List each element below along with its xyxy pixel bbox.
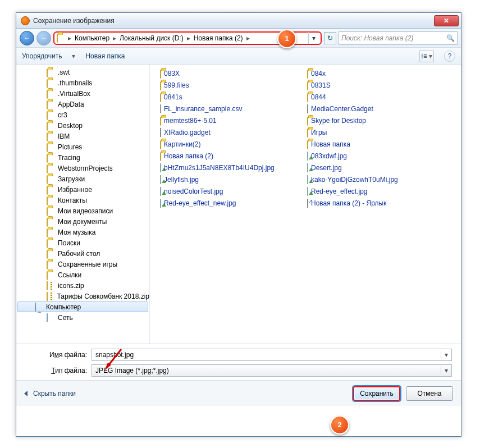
list-item[interactable]: Red-eye_effect_new.jpg	[160, 198, 290, 209]
disclosure-triangle-icon[interactable]	[24, 391, 28, 396]
tree-node[interactable]: Сеть	[16, 312, 149, 323]
new-folder-button[interactable]: Новая папка	[85, 52, 125, 60]
view-options-button[interactable]: ⁞≡ ▾	[419, 50, 434, 62]
tree-node[interactable]: Сохраненные игры	[16, 259, 149, 269]
hide-folders-link[interactable]: Скрыть папки	[33, 390, 76, 397]
chevron-right-icon[interactable]: ▸	[186, 34, 191, 42]
close-button[interactable]: ✕	[434, 15, 459, 26]
list-item-label: 0844	[311, 93, 326, 101]
tree-node[interactable]: Pictures	[16, 141, 149, 152]
list-item-label: Картинки(2)	[164, 140, 201, 148]
tree-node[interactable]: Desktop	[16, 120, 149, 131]
list-item[interactable]: 083X	[160, 68, 290, 79]
list-item[interactable]: Игры	[307, 127, 437, 138]
folder-icon	[47, 132, 56, 140]
chevron-right-icon[interactable]: ▸	[67, 34, 72, 42]
nav-forward-button[interactable]: →	[36, 31, 51, 45]
list-item[interactable]: Новая папка (2)	[160, 150, 290, 162]
window-title: Сохранение изображения	[33, 17, 431, 25]
list-item[interactable]: Red-eye_effect.jpg	[307, 186, 437, 197]
list-item[interactable]: Новая папка (2) - Ярлык	[307, 198, 437, 209]
list-item-label: Jellyfish.jpg	[164, 176, 199, 184]
refresh-button[interactable]: ↻	[324, 32, 336, 44]
tree-node[interactable]: .thumbnails	[16, 77, 149, 88]
tree-node[interactable]: Поиски	[16, 237, 149, 248]
network-icon	[47, 314, 56, 321]
filetype-combo[interactable]: JPEG Image (*.jpg;*.jpg) ▾	[92, 364, 452, 377]
list-item[interactable]: 084x	[307, 68, 437, 79]
list-item[interactable]: noisedColorTest.jpg	[160, 186, 290, 197]
tree-node[interactable]: Мои видеозаписи	[16, 205, 149, 216]
search-input[interactable]: Поиск: Новая папка (2) 🔍	[339, 31, 458, 45]
folder-icon	[47, 250, 56, 257]
list-item[interactable]: bHtZrnu2s1J5aN8EX8Tb4IU4Dpj.jpg	[160, 162, 290, 173]
titlebar[interactable]: Сохранение изображения ✕	[16, 13, 461, 29]
list-item[interactable]: memtest86+-5.01	[160, 115, 290, 126]
tree-node[interactable]: Ссылки	[16, 269, 149, 280]
list-item[interactable]: kako-YgoiDjGzowhT0uMi.jpg	[307, 174, 437, 185]
chevron-right-icon[interactable]: ▸	[112, 34, 117, 42]
cancel-button[interactable]: Отмена	[406, 386, 453, 401]
filename-history-dropdown[interactable]: ▾	[441, 351, 448, 359]
tree-node[interactable]: Мои документы	[16, 216, 149, 227]
chevron-right-icon[interactable]: ▸	[245, 34, 251, 42]
folder-tree[interactable]: .swt.thumbnails.VirtualBoxAppDatacr3Desk…	[16, 65, 150, 344]
folder-icon	[47, 68, 56, 76]
tree-node[interactable]: IBM	[16, 131, 149, 141]
save-button[interactable]: Сохранить	[353, 386, 400, 401]
file-listing[interactable]: 083X599.files0841sFL_insurance_sample.cs…	[150, 65, 461, 344]
annotation-arrow	[102, 348, 125, 372]
filename-input[interactable]: snapshot.jpg ▾	[92, 349, 452, 361]
list-item[interactable]: MediaCenter.Gadget	[307, 103, 437, 115]
search-placeholder: Поиск: Новая папка (2)	[341, 34, 413, 42]
crumb-folder[interactable]: Новая папка (2)	[193, 34, 244, 42]
tree-node[interactable]: Тарифы Совкомбанк 2018.zip	[16, 291, 149, 301]
tree-node-label: .VirtualBox	[58, 90, 90, 98]
list-item[interactable]: 599.files	[160, 80, 290, 91]
view-icon: ⁞≡	[421, 52, 427, 60]
tree-node[interactable]: .swt	[16, 67, 149, 77]
tree-node-label: Ссылки	[58, 271, 81, 279]
folder-icon	[307, 70, 308, 77]
tree-node[interactable]: Моя музыка	[16, 227, 149, 237]
tree-node[interactable]: Рабочий стол	[16, 248, 149, 259]
tree-node-label: IBM	[58, 132, 70, 140]
list-item[interactable]: Картинки(2)	[160, 139, 290, 150]
list-item[interactable]: Desert.jpg	[307, 162, 437, 173]
tree-node[interactable]: cr3	[16, 109, 149, 120]
list-item[interactable]: 0844	[307, 92, 437, 103]
tree-node[interactable]: Tracing	[16, 152, 149, 163]
folder-icon	[47, 260, 56, 268]
folder-icon	[47, 100, 56, 108]
tree-node[interactable]: Избранное	[16, 184, 149, 195]
list-item-label: FL_insurance_sample.csv	[164, 105, 242, 113]
filetype-dropdown[interactable]: ▾	[441, 367, 448, 374]
list-item[interactable]: 0831S	[307, 80, 437, 91]
tree-node[interactable]: Контакты	[16, 195, 149, 205]
save-dialog: Сохранение изображения ✕ ← → ▸ Компьютер…	[16, 12, 461, 437]
list-item[interactable]: Skype for Desktop	[307, 115, 437, 126]
help-button[interactable]: ?	[444, 51, 455, 62]
tree-node[interactable]: Загрузки	[16, 173, 149, 184]
list-item[interactable]: FL_insurance_sample.csv	[160, 103, 290, 115]
folder-icon	[47, 218, 56, 225]
tree-node-label: Моя музыка	[58, 228, 95, 236]
crumb-computer[interactable]: Компьютер	[74, 34, 111, 42]
folder-icon	[160, 140, 161, 148]
tree-node[interactable]: .VirtualBox	[16, 88, 149, 99]
list-item[interactable]: Jellyfish.jpg	[160, 174, 290, 185]
tree-node[interactable]: WebstormProjects	[16, 163, 149, 173]
folder-icon	[160, 117, 161, 125]
tree-node[interactable]: icons.zip	[16, 280, 149, 291]
list-item[interactable]: 083xdwf.jpg	[307, 150, 437, 162]
nav-back-button[interactable]: ←	[20, 31, 34, 45]
tree-node[interactable]: Компьютер	[17, 301, 148, 312]
organize-menu[interactable]: Упорядочить	[22, 52, 62, 60]
list-item[interactable]: 0841s	[160, 92, 290, 103]
list-item[interactable]: XIRadio.gadget	[160, 127, 290, 138]
arrow-left-icon: ←	[24, 34, 30, 42]
list-item[interactable]: Новая папка	[307, 139, 437, 150]
breadcrumb-dropdown[interactable]: ▾	[308, 32, 318, 44]
tree-node[interactable]: AppData	[16, 99, 149, 109]
crumb-drive[interactable]: Локальный диск (D:)	[118, 34, 185, 42]
